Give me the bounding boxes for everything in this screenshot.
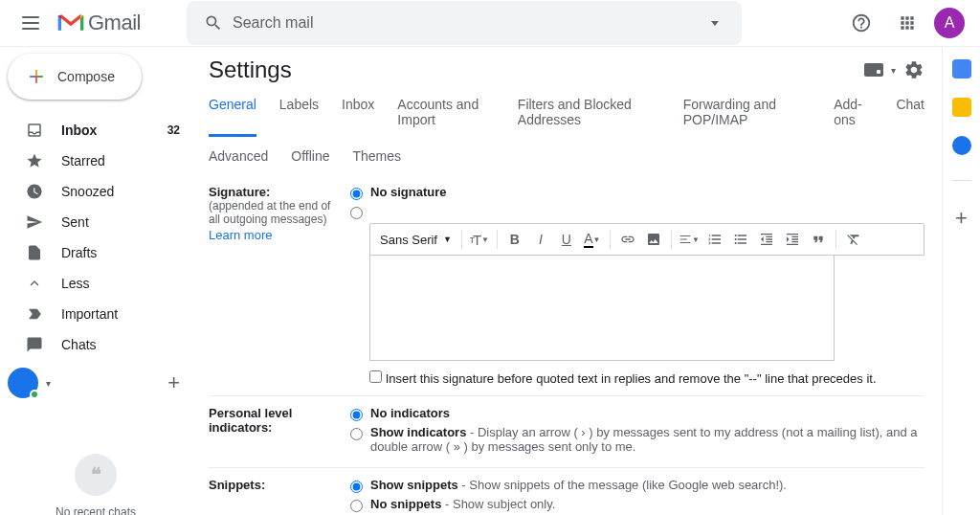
nav-count: 32 [167,123,180,137]
help-icon [851,12,872,34]
gmail-logo[interactable]: Gmail [57,11,141,35]
nav-label: Snoozed [61,184,180,199]
keep-addon-button[interactable] [952,98,971,117]
tab-filters-and-blocked-addresses[interactable]: Filters and Blocked Addresses [518,97,660,137]
new-chat-button[interactable]: + [167,370,180,395]
show-indicators-label: Show indicators [370,425,466,439]
insert-before-checkbox[interactable] [369,370,382,383]
nav-label: Less [61,276,180,291]
no-signature-radio[interactable] [350,188,363,200]
sidebar-item-starred[interactable]: Starred [0,146,191,176]
insert-image-button[interactable] [642,228,665,251]
sidebar-item-important[interactable]: Important [0,299,191,329]
quote-button[interactable] [807,228,830,251]
settings-gear-button[interactable] [903,59,924,80]
show-indicators-radio[interactable] [350,428,363,440]
presence-dot-icon [30,390,39,399]
sidebar-item-drafts[interactable]: Drafts [0,237,191,268]
nav-label: Chats [61,337,180,352]
main-menu-button[interactable] [8,0,54,46]
account-avatar[interactable]: A [934,8,965,38]
search-icon[interactable] [194,4,233,42]
sidebar-item-chats[interactable]: Chats [0,329,191,360]
numbered-list-button[interactable] [703,228,726,251]
compose-label: Compose [57,69,115,84]
no-snippets-radio[interactable] [350,500,363,512]
font-size-button[interactable]: тT▼ [468,228,491,251]
signature-textarea[interactable] [369,256,835,361]
hangouts-user-row[interactable]: ▾ + [0,360,191,402]
show-snippets-radio[interactable] [350,481,363,493]
snippets-label: Snippets: [209,478,343,492]
hangouts-avatar [8,368,38,398]
gmail-wordmark: Gmail [88,11,141,35]
sidebar-item-snoozed[interactable]: Snoozed [0,176,191,207]
align-button[interactable]: ▼ [678,228,701,251]
hangouts-dropdown-icon: ▾ [46,378,51,389]
apps-button[interactable] [888,4,926,42]
signature-desc: (appended at the end of all outgoing mes… [209,199,343,226]
pli-label: Personal level indicators: [209,406,343,435]
no-signature-label: No signature [370,185,446,199]
tab-forwarding-and-pop-imap[interactable]: Forwarding and POP/IMAP [683,97,811,137]
search-input[interactable] [233,14,696,32]
tab-labels[interactable]: Labels [279,97,319,137]
signature-toolbar: Sans Serif▼ тT▼ B I U A▼ ▼ [369,223,924,256]
no-snippets-label: No snippets [370,497,441,511]
svg-rect-4 [30,76,35,78]
tab-offline[interactable]: Offline [291,148,329,164]
svg-rect-2 [35,70,37,76]
hamburger-icon [22,16,39,30]
chats-icon [25,335,44,354]
gmail-m-icon [57,13,84,33]
tasks-addon-button[interactable] [952,136,971,155]
font-family-label: Sans Serif [380,233,437,247]
chat-bubble-icon: ❝ [75,454,117,496]
sidebar-item-less[interactable]: Less [0,268,191,299]
no-recent-chats-label: No recent chats [0,505,191,515]
insert-link-button[interactable] [616,228,639,251]
get-addons-button[interactable]: + [955,206,968,231]
tab-add-ons[interactable]: Add-ons [834,97,873,137]
tab-advanced[interactable]: Advanced [209,148,268,164]
compose-button[interactable]: Compose [8,54,142,100]
no-indicators-label: No indicators [370,406,450,420]
indent-more-button[interactable] [781,228,804,251]
nav-label: Starred [61,153,180,168]
tab-inbox[interactable]: Inbox [342,97,374,137]
sidebar-item-inbox[interactable]: Inbox32 [0,115,191,146]
less-icon [25,274,44,293]
no-snippets-desc: - Show subject only. [441,497,555,511]
tab-themes[interactable]: Themes [353,148,402,164]
font-family-button[interactable]: Sans Serif▼ [376,231,456,249]
text-color-button[interactable]: A▼ [581,228,604,251]
svg-rect-3 [37,76,43,78]
send-icon [25,213,44,232]
use-signature-radio[interactable] [350,207,363,219]
bulleted-list-button[interactable] [729,228,752,251]
tab-accounts-and-import[interactable]: Accounts and Import [397,97,495,137]
signature-label: Signature: [209,185,343,199]
compose-plus-icon [27,67,46,86]
input-tools-caret[interactable]: ▾ [891,65,896,76]
star-icon [25,151,44,170]
italic-button[interactable]: I [529,228,552,251]
apps-grid-icon [898,13,917,33]
nav-label: Important [61,306,180,322]
remove-formatting-button[interactable] [842,228,865,251]
support-button[interactable] [842,4,880,42]
signature-learn-more-link[interactable]: Learn more [209,228,272,242]
no-indicators-radio[interactable] [350,409,363,421]
underline-button[interactable]: U [555,228,578,251]
sidebar-item-sent[interactable]: Sent [0,207,191,237]
search-options-button[interactable] [696,4,734,42]
nav-label: Inbox [61,123,167,138]
input-tools-button[interactable] [864,63,883,77]
search-box[interactable] [187,1,742,45]
tab-chat[interactable]: Chat [896,97,924,137]
rail-separator [952,180,971,181]
bold-button[interactable]: B [503,228,526,251]
indent-less-button[interactable] [755,228,778,251]
calendar-addon-button[interactable] [952,59,971,78]
tab-general[interactable]: General [209,97,256,137]
